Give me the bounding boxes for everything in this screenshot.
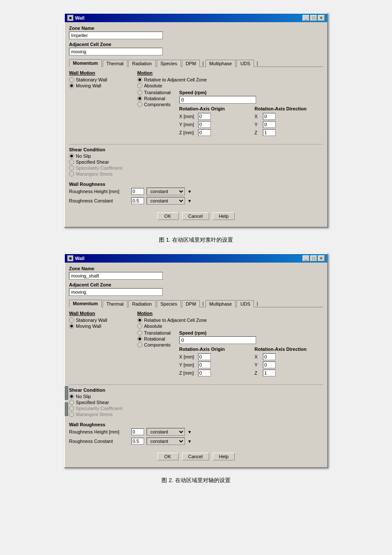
- specularity-label-2: Specularity Coefficient: [76, 406, 122, 411]
- moving-wall-radio-1[interactable]: Moving Wall: [69, 83, 137, 88]
- y-dir-row-2: Y: [254, 361, 323, 368]
- components-radio-2[interactable]: Components: [137, 342, 171, 347]
- rotational-radio-1[interactable]: Rotational: [137, 96, 171, 101]
- wall-motion-section-1: Wall Motion Stationary Wall Moving Wall: [69, 70, 323, 140]
- speed-input-1[interactable]: [179, 96, 256, 104]
- rotation-direction-section-1: Rotation-Axis Direction X Y: [254, 106, 323, 137]
- maximize-button-2[interactable]: □: [310, 255, 317, 261]
- z-dir-input-2[interactable]: [263, 370, 276, 376]
- cancel-button-2[interactable]: Cancel: [182, 453, 209, 460]
- tab-uds-2[interactable]: UDS: [236, 300, 254, 307]
- roughness-constant-input-1[interactable]: [131, 197, 144, 204]
- roughness-height-input-1[interactable]: [131, 188, 144, 195]
- wall-motion-section-2: Wall Motion Stationary Wall Moving Wall: [69, 311, 323, 380]
- rotational-radio-2[interactable]: Rotational: [137, 336, 171, 341]
- stationary-wall-radio-1[interactable]: Stationary Wall: [69, 77, 137, 82]
- tab-multiphase-2[interactable]: Multiphase: [205, 300, 236, 307]
- absolute-radio-1[interactable]: Absolute: [137, 83, 323, 88]
- tab-dpm-2[interactable]: DPM: [182, 300, 200, 307]
- z-dir-input-1[interactable]: [263, 129, 276, 136]
- translational-radio-2[interactable]: Translational: [137, 330, 171, 335]
- title-bar-left-2: ■ Wall: [67, 255, 84, 261]
- tab-multiphase-1[interactable]: Multiphase: [205, 60, 236, 67]
- shear-section-1: Shear Condition No Slip Specified Shear …: [69, 144, 323, 176]
- shear-condition-label-1: Shear Condition: [69, 147, 323, 152]
- y-dir-row-1: Y: [254, 121, 323, 128]
- marangoni-radio-2[interactable]: Marangoni Stress: [69, 412, 323, 417]
- close-button-2[interactable]: ✕: [318, 255, 325, 261]
- speed-input-2[interactable]: [179, 336, 256, 344]
- components-radio-1[interactable]: Components: [137, 102, 171, 107]
- y-dir-input-2[interactable]: [263, 361, 276, 368]
- x-dir-input-2[interactable]: [263, 353, 276, 360]
- roughness-constant-input-2[interactable]: [131, 438, 144, 445]
- absolute-radio-2[interactable]: Absolute: [137, 324, 323, 329]
- ok-button-2[interactable]: OK: [157, 453, 179, 460]
- specularity-radio-1[interactable]: Specularity Coefficient: [69, 165, 323, 171]
- tab-dpm-1[interactable]: DPM: [182, 60, 200, 67]
- minimize-button-2[interactable]: _: [303, 255, 309, 261]
- marangoni-radio-1[interactable]: Marangoni Stress: [69, 171, 323, 176]
- minimize-button-1[interactable]: _: [303, 15, 309, 21]
- cancel-button-1[interactable]: Cancel: [182, 212, 209, 220]
- x-origin-input-2[interactable]: [198, 353, 211, 360]
- specified-shear-radio-2[interactable]: Specified Shear: [69, 400, 323, 405]
- translational-radio-1[interactable]: Translational: [137, 90, 171, 95]
- relative-radio-2[interactable]: Relative to Adjacent Cell Zone: [137, 318, 323, 323]
- rotation-direction-title-1: Rotation-Axis Direction: [254, 106, 323, 111]
- help-button-1[interactable]: Help: [213, 212, 235, 220]
- roughness-constant-select-1[interactable]: constant: [147, 197, 185, 205]
- z-dir-row-2: Z: [254, 370, 323, 376]
- z-origin-input-2[interactable]: [198, 370, 211, 376]
- tab-radiation-1[interactable]: Radiation: [128, 60, 156, 67]
- components-dot-2: [137, 342, 142, 347]
- y-dir-input-1[interactable]: [263, 121, 276, 128]
- tab-uds-1[interactable]: UDS: [236, 60, 254, 67]
- ok-button-1[interactable]: OK: [157, 212, 179, 220]
- y-origin-input-2[interactable]: [198, 361, 211, 368]
- zone-name-input-2[interactable]: [69, 272, 163, 280]
- tab-species-2[interactable]: Species: [157, 300, 181, 307]
- gray-bar-top-2: [65, 386, 68, 400]
- roughness-height-input-2[interactable]: [131, 428, 144, 435]
- tab-separator-2: |: [255, 61, 259, 66]
- stationary-wall-label-2: Stationary Wall: [76, 318, 107, 323]
- speed-motion-row-1: Translational Rotational Components: [137, 90, 323, 137]
- rotational-dot-1: [137, 96, 142, 101]
- x-dir-input-1[interactable]: [263, 113, 276, 120]
- close-button-1[interactable]: ✕: [318, 15, 325, 21]
- no-slip-radio-1[interactable]: No Slip: [69, 153, 323, 159]
- x-dir-label-2: X: [254, 354, 261, 359]
- wall-roughness-label-2: Wall Roughness: [69, 422, 323, 427]
- y-origin-input-1[interactable]: [198, 121, 211, 128]
- tab-momentum-1[interactable]: Momentum: [69, 59, 102, 67]
- maximize-button-1[interactable]: □: [310, 15, 317, 21]
- tab-thermal-1[interactable]: Thermal: [103, 60, 127, 67]
- zone-name-input-1[interactable]: [69, 32, 163, 39]
- dialog-title-1: Wall: [75, 15, 84, 20]
- title-bar-buttons-1: _ □ ✕: [303, 15, 325, 21]
- specified-shear-radio-1[interactable]: Specified Shear: [69, 159, 323, 165]
- no-slip-radio-2[interactable]: No Slip: [69, 394, 323, 399]
- tab-thermal-2[interactable]: Thermal: [103, 300, 127, 307]
- tab-momentum-2[interactable]: Momentum: [69, 300, 102, 307]
- roughness-height-select-1[interactable]: constant: [147, 188, 185, 195]
- dialog-content-2: Zone Name Adjacent Cell Zone moving Mome…: [65, 263, 327, 467]
- x-origin-input-1[interactable]: [198, 113, 211, 120]
- tab-separator-4: |: [255, 301, 259, 307]
- y-origin-label-2: Y [mm]: [179, 362, 196, 367]
- tab-species-1[interactable]: Species: [157, 60, 181, 67]
- roughness-constant-select-2[interactable]: constant: [147, 437, 185, 445]
- absolute-label-1: Absolute: [144, 83, 162, 88]
- moving-wall-radio-2[interactable]: Moving Wall: [69, 324, 137, 329]
- relative-radio-1[interactable]: Relative to Adjacent Cell Zone: [137, 77, 323, 82]
- roughness-height-row-2: Roughness Height [mm] constant ▼: [69, 428, 323, 436]
- roughness-constant-arrow-1: ▼: [187, 199, 192, 203]
- tab-radiation-2[interactable]: Radiation: [128, 300, 156, 307]
- roughness-height-select-2[interactable]: constant: [147, 428, 185, 436]
- motion-type-group-1: Translational Rotational Components: [137, 90, 171, 107]
- specularity-radio-2[interactable]: Specularity Coefficient: [69, 406, 323, 411]
- stationary-wall-radio-2[interactable]: Stationary Wall: [69, 318, 137, 323]
- z-origin-input-1[interactable]: [198, 129, 211, 136]
- help-button-2[interactable]: Help: [213, 453, 235, 460]
